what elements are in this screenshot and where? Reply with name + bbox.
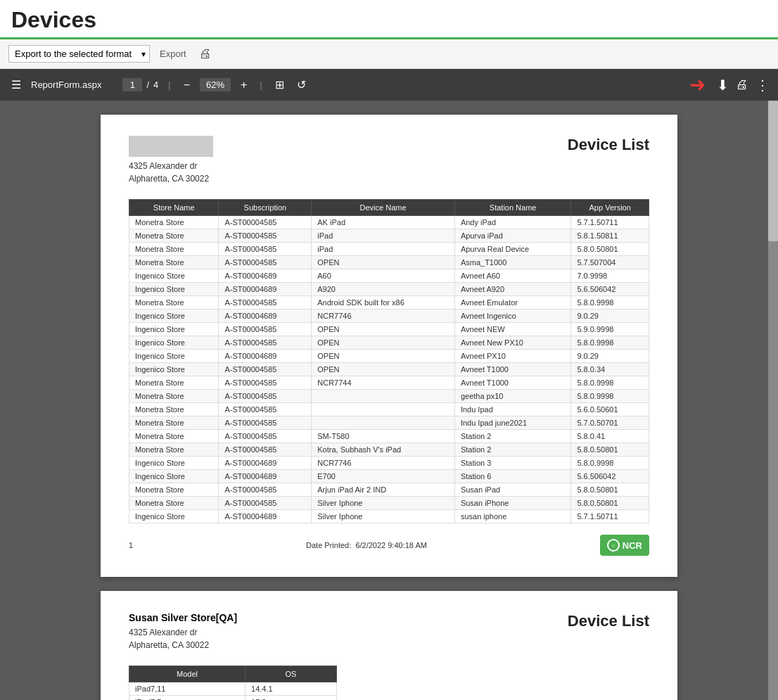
zoom-out-button[interactable]: − xyxy=(181,77,193,93)
table-row: iPad7,1114.4.1 xyxy=(129,682,337,696)
col-device-name: Device Name xyxy=(312,200,455,216)
table-cell: Silver Iphone xyxy=(312,497,455,510)
table-cell: Station 6 xyxy=(454,470,571,483)
download-button[interactable]: ⬇ xyxy=(717,77,729,94)
zoom-in-button[interactable]: + xyxy=(238,77,250,93)
report-logo xyxy=(129,136,213,157)
table-cell: Monetra Store xyxy=(129,497,219,510)
scrollbar-thumb[interactable] xyxy=(768,101,778,241)
table-cell: 5.6.506042 xyxy=(571,283,649,296)
report-header-2: Susan Silver Store[QA] 4325 Alexander dr… xyxy=(129,612,649,651)
page-control: / 4 xyxy=(122,78,158,91)
date-printed-label: Date Printed: xyxy=(306,541,351,549)
rotate-button[interactable]: ↺ xyxy=(294,77,309,93)
report-header-1: 4325 Alexander dr Alpharetta, CA 30022 D… xyxy=(129,136,649,185)
table-cell: A-ST00004689 xyxy=(219,310,312,323)
table-cell: 14.4.1 xyxy=(245,682,337,696)
table-cell: Avneet A920 xyxy=(454,283,571,296)
report-page-2: Susan Silver Store[QA] 4325 Alexander dr… xyxy=(101,591,677,700)
col2-os: OS xyxy=(245,666,337,682)
table-cell: OPEN xyxy=(312,323,455,336)
report-address2-line2: Alpharetta, CA 30022 xyxy=(129,639,237,651)
fit-page-button[interactable]: ⊞ xyxy=(272,77,287,93)
col-app-version: App Version xyxy=(571,200,649,216)
table-cell: 5.8.0.9998 xyxy=(571,336,649,350)
table-row: Ingenico StoreA-ST00004585OPENAvneet New… xyxy=(129,336,649,350)
table-row: Ingenico StoreA-ST00004689NCR7746Station… xyxy=(129,457,649,470)
toolbar: Export to the selected format Export 🖨 xyxy=(0,39,778,69)
table-row: Monetra StoreA-ST00004585AK iPadAndy iPa… xyxy=(129,216,649,229)
export-button[interactable]: Export xyxy=(155,46,191,62)
date-printed: Date Printed: 6/2/2022 9:40:18 AM xyxy=(306,541,427,549)
table-cell: A-ST00004585 xyxy=(219,416,312,430)
table-cell: Avneet NEW xyxy=(454,323,571,336)
table-cell: Asma_T1000 xyxy=(454,256,571,269)
zoom-input[interactable] xyxy=(200,78,231,91)
table-cell: 5.7.1.50711 xyxy=(571,216,649,229)
table-cell: 5.8.1.50811 xyxy=(571,229,649,243)
table-cell: A920 xyxy=(312,283,455,296)
table-cell: Ingenico Store xyxy=(129,323,219,336)
table-cell: 5.6.506042 xyxy=(571,470,649,483)
export-format-select[interactable]: Export to the selected format xyxy=(8,45,150,63)
table-cell: A-ST00004689 xyxy=(219,283,312,296)
table-cell: Station 2 xyxy=(454,430,571,443)
table-cell: Ingenico Store xyxy=(129,310,219,323)
table-row: Ingenico StoreA-ST00004689Silver Iphones… xyxy=(129,510,649,523)
table-cell: NCR7746 xyxy=(312,457,455,470)
device-table2-body: iPad7,1114.4.1iPad7,515.0iPad7,515.0 xyxy=(129,682,337,701)
table-cell: A-ST00004585 xyxy=(219,430,312,443)
table-cell: 9.0.29 xyxy=(571,350,649,363)
table-row: Monetra StoreA-ST00004585iPadApurva iPad… xyxy=(129,229,649,243)
table-cell: Monetra Store xyxy=(129,390,219,403)
menu-icon-button[interactable]: ☰ xyxy=(8,77,24,93)
date-printed-value: 6/2/2022 9:40:18 AM xyxy=(355,541,427,549)
table-cell: Arjun iPad Air 2 IND xyxy=(312,483,455,497)
table-cell: 5.6.0.50601 xyxy=(571,403,649,416)
pdf-viewer-bar: ☰ ReportForm.aspx / 4 | − + | ⊞ ↺ ➜ ⬇ 🖨 … xyxy=(0,69,778,101)
pdf-print-button[interactable]: 🖨 xyxy=(736,77,748,92)
table-cell: 5.8.0.9998 xyxy=(571,376,649,390)
table-cell: 5.8.0.9998 xyxy=(571,296,649,310)
table-cell: Apurva Real Device xyxy=(454,243,571,256)
more-options-button[interactable]: ⋮ xyxy=(755,77,770,94)
ncr-text: NCR xyxy=(623,540,642,551)
table-cell: A-ST00004585 xyxy=(219,403,312,416)
table-cell: A-ST00004585 xyxy=(219,483,312,497)
table-cell: OPEN xyxy=(312,336,455,350)
arrow-indicator: ➜ xyxy=(689,73,706,96)
table2-header-row: Model OS xyxy=(129,666,337,682)
table-row: Ingenico StoreA-ST00004689E700Station 65… xyxy=(129,470,649,483)
table-cell: Ingenico Store xyxy=(129,269,219,283)
report-title-2: Device List xyxy=(568,612,649,630)
table-cell xyxy=(312,416,455,430)
table-cell: iPad7,11 xyxy=(129,682,245,696)
table-cell: susan iphone xyxy=(454,510,571,523)
table-cell xyxy=(312,390,455,403)
table-cell: 5.8.0.34 xyxy=(571,363,649,376)
table-cell: Ingenico Store xyxy=(129,336,219,350)
table-row: Monetra StoreA-ST00004585SM-T580Station … xyxy=(129,430,649,443)
table-cell: Silver Iphone xyxy=(312,510,455,523)
table-cell: Ingenico Store xyxy=(129,470,219,483)
table-cell: A60 xyxy=(312,269,455,283)
table-cell: 15.0 xyxy=(245,696,337,701)
table-cell: Ingenico Store xyxy=(129,457,219,470)
table-cell: Monetra Store xyxy=(129,483,219,497)
table-cell: Ingenico Store xyxy=(129,363,219,376)
table-cell: NCR7744 xyxy=(312,376,455,390)
report-page-1: 4325 Alexander dr Alpharetta, CA 30022 D… xyxy=(101,115,677,577)
toolbar-print-button[interactable]: 🖨 xyxy=(196,45,215,63)
report-address-line2: Alpharetta, CA 30022 xyxy=(129,172,213,185)
table-cell: A-ST00004585 xyxy=(219,443,312,457)
store-name-2: Susan Silver Store[QA] xyxy=(129,612,237,623)
table-cell: 9.0.29 xyxy=(571,310,649,323)
current-page-input[interactable] xyxy=(122,78,142,91)
table-cell: 5.8.0.9998 xyxy=(571,457,649,470)
scrollbar[interactable] xyxy=(768,101,778,700)
table-cell: 5.8.0.50801 xyxy=(571,243,649,256)
export-select-wrapper[interactable]: Export to the selected format xyxy=(8,45,150,63)
table-row: Monetra StoreA-ST00004585geetha px105.8.… xyxy=(129,390,649,403)
table-cell: OPEN xyxy=(312,350,455,363)
table-cell: Ingenico Store xyxy=(129,350,219,363)
